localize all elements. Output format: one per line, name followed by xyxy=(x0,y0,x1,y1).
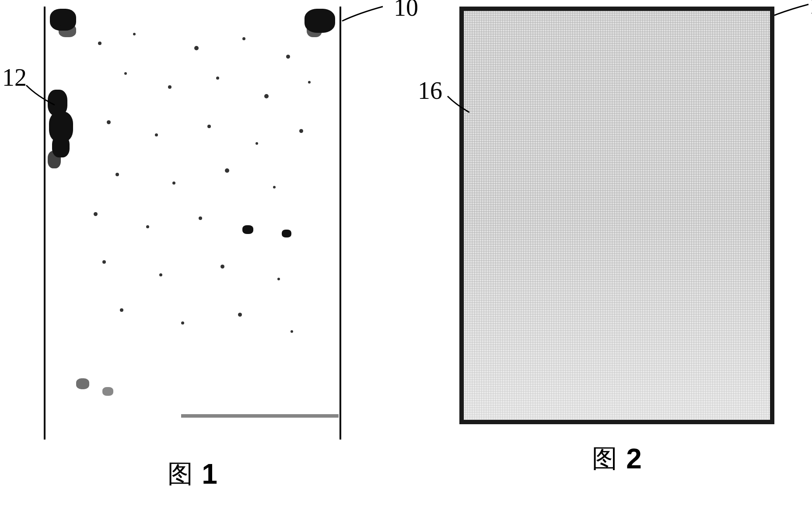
figure-1-panel xyxy=(44,7,341,440)
callout-label-10: 10 xyxy=(394,0,418,21)
figure-1-container: 10 12 图 1 xyxy=(44,7,341,491)
callout-label-12: 12 xyxy=(2,63,27,91)
figure-2-container: 14 16 图 2 xyxy=(459,7,774,476)
figure-1-label: 图 1 xyxy=(44,457,341,491)
figure-2-panel xyxy=(459,7,774,424)
callout-label-16: 16 xyxy=(418,77,442,105)
figure-2-label: 图 2 xyxy=(459,442,774,476)
callout-label-14: 14 xyxy=(809,0,812,19)
figure-1-texture xyxy=(46,7,340,440)
